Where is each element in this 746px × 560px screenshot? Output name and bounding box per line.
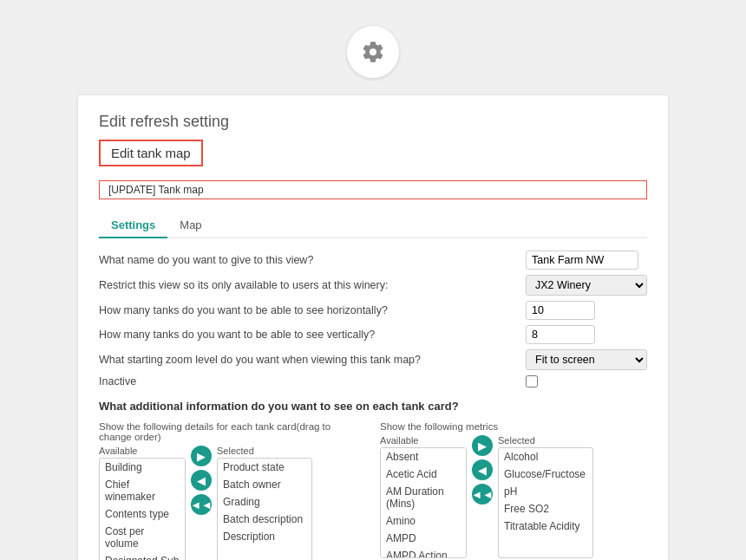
card-title: Edit refresh setting	[99, 113, 647, 131]
details-group-title: Show the following details for each tank…	[99, 421, 366, 442]
list-item[interactable]: AMPD	[381, 530, 466, 547]
metrics-available-list: Absent Acetic Acid AM Duration (Mins) Am…	[380, 447, 467, 558]
field-inactive-checkbox[interactable]	[526, 375, 538, 387]
gear-circle	[347, 26, 399, 78]
edit-tank-map-button[interactable]: Edit tank map	[99, 140, 203, 166]
field-zoom-select[interactable]: Fit to screen 50% 75% 100% 150%	[526, 349, 647, 370]
tab-settings[interactable]: Settings	[99, 213, 167, 238]
metrics-list-controls: ▶ ◀ ◄◄	[472, 435, 493, 505]
list-item[interactable]: Batch description	[218, 511, 311, 528]
list-item[interactable]: Glucose/Fructose	[499, 466, 592, 483]
tab-bar: [UPDATE] Tank map	[99, 180, 647, 199]
list-item[interactable]: Alcohol	[499, 448, 592, 466]
metrics-available-column: Available Absent Acetic Acid AM Duration…	[380, 435, 467, 558]
lists-section: Show the following details for each tank…	[99, 421, 647, 560]
list-item[interactable]: Designated Sub AVA	[100, 552, 185, 560]
field-winery-label: Restrict this view so its only available…	[99, 279, 517, 291]
field-horizontal-input[interactable]	[526, 301, 595, 320]
metrics-move-right-button[interactable]: ▶	[472, 435, 493, 456]
tab-title-box[interactable]: [UPDATE] Tank map	[99, 180, 647, 199]
metrics-move-all-left-button[interactable]: ◄◄	[472, 484, 493, 505]
metrics-group-title: Show the following metrics	[380, 421, 647, 432]
list-item[interactable]: Free SO2	[499, 500, 592, 518]
details-available-list: Building Chief winemaker Contents type C…	[99, 458, 186, 560]
details-selected-column: Selected Product state Batch owner Gradi…	[217, 446, 312, 560]
list-item[interactable]: Building	[100, 459, 185, 476]
list-item[interactable]: Grading	[218, 493, 311, 511]
field-vertical-label: How many tanks do you want to be able to…	[99, 329, 517, 341]
settings-grid: What name do you want to give to this vi…	[99, 251, 647, 387]
details-move-all-left-button[interactable]: ◄◄	[191, 494, 212, 515]
metrics-move-left-button[interactable]: ◀	[472, 459, 493, 480]
field-inactive-label: Inactive	[99, 375, 517, 387]
list-item[interactable]: AMPD Action	[381, 547, 466, 558]
tab-map[interactable]: Map	[167, 213, 213, 238]
metrics-group: Show the following metrics Available Abs…	[380, 421, 647, 560]
details-selected-label: Selected	[217, 446, 312, 456]
metrics-selected-label: Selected	[498, 435, 593, 446]
details-list-columns: Available Building Chief winemaker Conte…	[99, 446, 366, 560]
page-wrapper: Edit refresh setting Edit tank map [UPDA…	[0, 0, 746, 560]
list-item[interactable]: Product state	[218, 459, 311, 476]
list-item[interactable]: Acetic Acid	[381, 466, 466, 483]
list-item[interactable]: Absent	[381, 448, 466, 466]
details-group: Show the following details for each tank…	[99, 421, 366, 560]
list-item[interactable]: Contents type	[100, 505, 185, 523]
main-card: Edit refresh setting Edit tank map [UPDA…	[78, 95, 668, 560]
gear-icon	[361, 40, 385, 64]
field-horizontal-label: How many tanks do you want to be able to…	[99, 304, 517, 316]
list-item[interactable]: Amino	[381, 512, 466, 530]
metrics-list-columns: Available Absent Acetic Acid AM Duration…	[380, 435, 647, 558]
field-zoom-label: What starting zoom level do you want whe…	[99, 354, 517, 366]
list-item[interactable]: Batch owner	[218, 476, 311, 493]
details-move-left-button[interactable]: ◀	[191, 470, 212, 491]
metrics-selected-list: Alcohol Glucose/Fructose pH Free SO2 Tit…	[498, 447, 593, 558]
additional-title: What additional information do you want …	[99, 400, 647, 413]
metrics-available-label: Available	[380, 435, 467, 446]
details-selected-list: Product state Batch owner Grading Batch …	[217, 458, 312, 560]
details-list-controls: ▶ ◀ ◄◄	[191, 446, 212, 515]
list-item[interactable]: AM Duration (Mins)	[381, 483, 466, 512]
list-item[interactable]: pH	[499, 483, 592, 500]
details-move-right-button[interactable]: ▶	[191, 446, 212, 466]
metrics-selected-column: Selected Alcohol Glucose/Fructose pH Fre…	[498, 435, 593, 558]
field-vertical-input[interactable]	[526, 325, 595, 344]
details-available-label: Available	[99, 446, 186, 456]
list-item[interactable]: Chief winemaker	[100, 476, 185, 505]
field-winery-select[interactable]: JX2 Winery All Wineries	[526, 275, 647, 296]
field-name-label: What name do you want to give to this vi…	[99, 254, 517, 266]
field-name-input[interactable]	[526, 251, 638, 270]
details-available-column: Available Building Chief winemaker Conte…	[99, 446, 186, 560]
list-item[interactable]: Titratable Acidity	[499, 518, 592, 535]
list-item[interactable]: Description	[218, 528, 311, 545]
tabs-nav: Settings Map	[99, 213, 647, 238]
list-item[interactable]: Cost per volume	[100, 523, 185, 552]
